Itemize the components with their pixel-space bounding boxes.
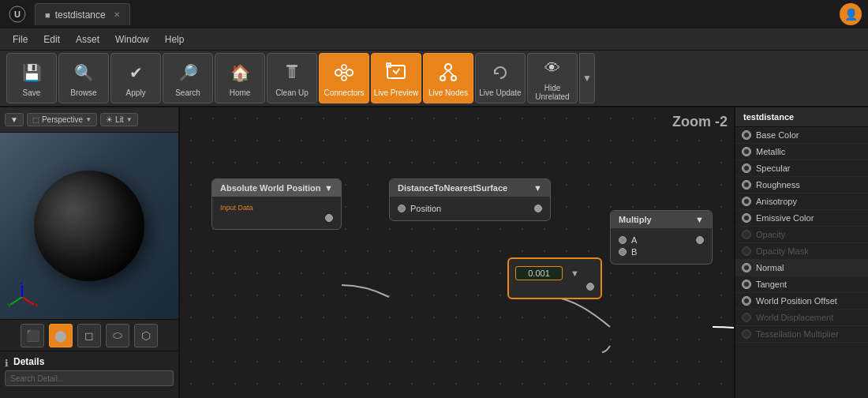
prop-label-opacity-mask: Opacity Mask: [756, 246, 809, 256]
menu-help[interactable]: Help: [159, 32, 191, 47]
liveupdate-button[interactable]: Live Update: [475, 53, 526, 103]
prop-label-anisotropy: Anisotropy: [756, 197, 797, 206]
prop-label-metallic: Metallic: [756, 147, 785, 156]
main-tab[interactable]: ■ testdistance ✕: [35, 3, 130, 25]
svg-line-17: [448, 70, 454, 76]
node-awp-body: Input Data: [212, 197, 341, 229]
main-content: ▼ ⬚ Perspective ▼ ☀ Lit ▼ X Y: [0, 107, 868, 398]
node-dtns-dropdown[interactable]: ▼: [533, 183, 542, 193]
node-multiply-dropdown[interactable]: ▼: [695, 215, 704, 224]
prop-label-tessellation-multiplier: Tessellation Multiplier: [756, 329, 839, 339]
save-icon: 💾: [19, 60, 44, 85]
livepreview-button[interactable]: Live Preview: [371, 53, 421, 103]
left-panel: ▼ ⬚ Perspective ▼ ☀ Lit ▼ X Y: [0, 107, 180, 398]
property-world-displacement[interactable]: World Displacement: [735, 310, 868, 326]
property-opacity-mask[interactable]: Opacity Mask: [735, 243, 868, 260]
prop-dot-anisotropy: [742, 197, 751, 206]
search-detail-placeholder: Search Detail...: [10, 374, 64, 383]
node-value-dropdown[interactable]: ▼: [571, 268, 579, 278]
prop-label-specular: Specular: [756, 163, 790, 173]
property-specular[interactable]: Specular: [735, 160, 868, 177]
connectors-icon: [331, 60, 357, 85]
node-graph[interactable]: Zoom -2 Absolute World Position ▼ Input …: [180, 107, 734, 398]
search-icon: 🔎: [175, 60, 200, 85]
livenodes-button[interactable]: Live Nodes: [423, 53, 473, 103]
preview-custom-button[interactable]: ⬡: [134, 324, 158, 347]
lit-label: Lit: [115, 115, 124, 124]
lit-button[interactable]: ☀ Lit ▼: [100, 113, 137, 126]
save-button[interactable]: 💾 Save: [6, 53, 57, 103]
user-avatar[interactable]: 👤: [840, 3, 862, 25]
search-detail-input[interactable]: Search Detail...: [5, 370, 174, 386]
prop-label-opacity: Opacity: [756, 230, 785, 239]
perspective-button[interactable]: ⬚ Perspective ▼: [27, 113, 97, 126]
node-value-body: 0.001 ▼: [509, 259, 600, 298]
property-normal[interactable]: Normal: [735, 260, 868, 276]
prop-dot-tangent: [742, 280, 751, 289]
node-awp-dropdown[interactable]: ▼: [324, 183, 333, 193]
prop-dot-base-color: [742, 130, 751, 140]
property-anisotropy[interactable]: Anisotropy: [735, 193, 868, 210]
menu-window[interactable]: Window: [109, 32, 155, 47]
svg-rect-3: [289, 67, 295, 78]
property-tangent[interactable]: Tangent: [735, 276, 868, 293]
ue-logo: U: [6, 3, 28, 25]
node-dtns[interactable]: DistanceToNearestSurface ▼ Position: [389, 178, 551, 221]
svg-line-16: [443, 70, 448, 76]
prop-dot-world-position-offset: [742, 296, 751, 306]
node-value[interactable]: 0.001 ▼: [507, 257, 602, 299]
connectors-label: Connectors: [324, 88, 364, 97]
property-world-position-offset[interactable]: World Position Offset: [735, 293, 868, 310]
save-label: Save: [23, 88, 41, 97]
preview-cylinder-button[interactable]: ⬭: [106, 324, 129, 347]
browse-icon: 🔍: [71, 60, 96, 85]
node-dtns-input-row: Position: [398, 204, 542, 213]
tab-close[interactable]: ✕: [114, 10, 120, 19]
node-multiply-body: A B: [611, 228, 712, 264]
svg-point-14: [440, 76, 445, 81]
livepreview-label: Live Preview: [374, 88, 419, 97]
prop-dot-roughness: [742, 180, 751, 190]
connectors-button[interactable]: Connectors: [319, 53, 369, 103]
tab-bar: ■ testdistance ✕: [35, 0, 130, 28]
property-opacity[interactable]: Opacity: [735, 227, 868, 243]
toolbar-more-button[interactable]: ▼: [579, 53, 595, 103]
zoom-indicator: Zoom -2: [672, 114, 728, 130]
node-value-row: 0.001 ▼: [515, 266, 594, 280]
property-base-color[interactable]: Base Color: [735, 127, 868, 144]
preview-area: X Y Z: [0, 133, 178, 319]
property-emissive-color[interactable]: Emissive Color: [735, 210, 868, 227]
home-button[interactable]: 🏠 Home: [215, 53, 265, 103]
menu-asset[interactable]: Asset: [69, 32, 106, 47]
prop-dot-opacity-mask: [742, 246, 751, 256]
node-dtns-title: DistanceToNearestSurface: [398, 183, 507, 193]
node-multiply-b-row: B: [619, 247, 704, 257]
node-multiply-a-row: A: [619, 235, 704, 245]
preview-box-button[interactable]: ⬛: [21, 324, 44, 347]
property-metallic[interactable]: Metallic: [735, 144, 868, 160]
browse-button[interactable]: 🔍 Browse: [58, 53, 109, 103]
viewport-dropdown-button[interactable]: ▼: [5, 113, 24, 126]
perspective-dropdown-arrow: ▼: [85, 116, 92, 123]
property-tessellation-multiplier[interactable]: Tessellation Multiplier: [735, 326, 868, 343]
toolbar: 💾 Save 🔍 Browse ✔ Apply 🔎 Search 🏠 Home …: [0, 51, 868, 107]
node-multiply[interactable]: Multiply ▼ A B: [610, 210, 713, 265]
node-awp[interactable]: Absolute World Position ▼ Input Data: [211, 178, 342, 230]
hideunrelated-button[interactable]: 👁 Hide Unrelated: [527, 53, 578, 103]
property-roughness[interactable]: Roughness: [735, 177, 868, 193]
viewport-controls: ▼ ⬚ Perspective ▼ ☀ Lit ▼: [0, 107, 178, 133]
node-multiply-header: Multiply ▼: [611, 211, 712, 228]
menu-file[interactable]: File: [6, 32, 34, 47]
search-button[interactable]: 🔎 Search: [163, 53, 213, 103]
apply-button[interactable]: ✔ Apply: [110, 53, 161, 103]
node-value-display[interactable]: 0.001: [515, 266, 563, 280]
preview-plane-button[interactable]: ◻: [77, 324, 101, 347]
preview-sphere-button[interactable]: ⬤: [49, 324, 73, 347]
node-value-output-port: [586, 283, 594, 291]
menu-edit[interactable]: Edit: [37, 32, 66, 47]
prop-dot-tessellation-multiplier: [742, 329, 751, 339]
search-label: Search: [175, 88, 200, 97]
cleanup-button[interactable]: Clean Up: [267, 53, 317, 103]
node-value-output-row: [515, 283, 594, 291]
prop-dot-opacity: [742, 230, 751, 239]
